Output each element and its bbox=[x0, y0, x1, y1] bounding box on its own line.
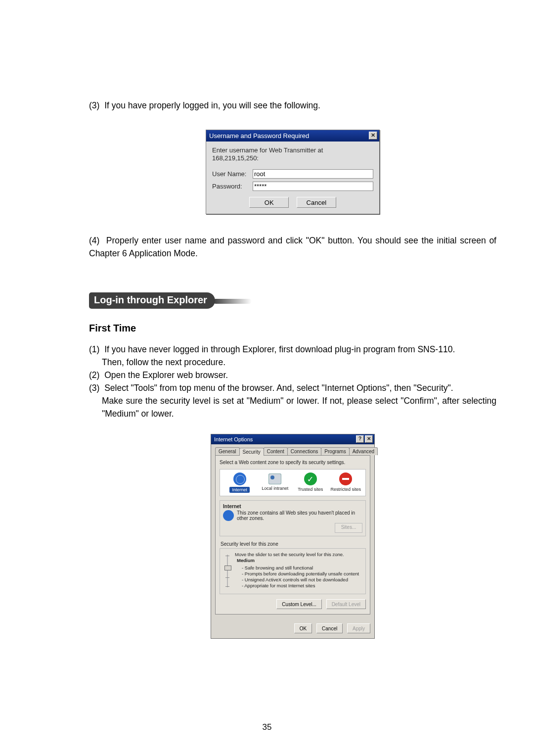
section-heading-row: Log-in through Explorer bbox=[89, 292, 496, 309]
step-cont: Then, follow the next procedure. bbox=[89, 356, 496, 369]
paragraph-4: (4) Properly enter user name and passwor… bbox=[89, 234, 496, 260]
cancel-button[interactable]: Cancel bbox=[297, 197, 336, 208]
zone-description-text: This zone contains all Web sites you hav… bbox=[237, 510, 362, 521]
step-cont: Make sure the security level is set at "… bbox=[89, 394, 496, 420]
tab-advanced[interactable]: Advanced bbox=[349, 447, 378, 455]
close-icon[interactable]: ✕ bbox=[365, 435, 373, 443]
internet-options-dialog: Internet Options ? ✕ General Security Co… bbox=[211, 434, 375, 639]
zone-label: Restricted sites bbox=[330, 487, 361, 492]
security-bullet: Appropriate for most Internet sites bbox=[242, 583, 362, 589]
list-marker: (1) bbox=[89, 344, 99, 354]
step-text: Open the Explorer web browser. bbox=[104, 370, 228, 380]
dialog-message-line2: 168,219,15,250: bbox=[212, 154, 259, 162]
security-level-title: Security level for this zone bbox=[221, 541, 366, 547]
list-marker: (3) bbox=[89, 100, 99, 110]
zone-instruction: Select a Web content zone to specify its… bbox=[220, 460, 366, 465]
zone-label: Trusted sites bbox=[298, 487, 323, 492]
tab-strip: General Security Content Connections Pro… bbox=[215, 447, 370, 456]
security-level-box: Move the slider to set the security leve… bbox=[220, 548, 366, 594]
subheading: First Time bbox=[89, 323, 496, 334]
tab-connections[interactable]: Connections bbox=[287, 447, 322, 455]
zone-trusted-sites[interactable]: ✓ Trusted sites bbox=[293, 472, 328, 493]
password-input[interactable] bbox=[253, 182, 373, 191]
custom-level-button[interactable]: Custom Level... bbox=[276, 599, 321, 609]
list-marker: (2) bbox=[89, 370, 99, 380]
security-bullet: Safe browsing and still functional bbox=[242, 565, 362, 571]
zone-selector: Internet Local intranet ✓ Trusted sites … bbox=[220, 469, 366, 496]
dialog-titlebar: Username and Password Required ✕ bbox=[206, 130, 379, 142]
page-number: 35 bbox=[0, 722, 534, 732]
paragraph-text: Properly enter user name and password an… bbox=[89, 236, 496, 258]
tab-content[interactable]: Content bbox=[264, 447, 288, 455]
nosign-icon bbox=[339, 472, 352, 485]
login-dialog: Username and Password Required ✕ Enter u… bbox=[206, 130, 380, 214]
heading-decoration bbox=[213, 299, 252, 304]
dialog-title: Username and Password Required bbox=[209, 132, 309, 140]
globe-icon bbox=[223, 510, 234, 521]
apply-button: Apply bbox=[347, 623, 370, 633]
security-bullet: Prompts before downloading potentially u… bbox=[242, 571, 362, 577]
dialog-message: Enter username for Web Transmitter at 16… bbox=[212, 146, 373, 162]
username-input[interactable] bbox=[253, 169, 373, 179]
tab-security[interactable]: Security bbox=[239, 448, 264, 456]
password-label: Password: bbox=[212, 183, 253, 190]
slider-thumb-icon bbox=[224, 566, 231, 570]
dialog-titlebar: Internet Options ? ✕ bbox=[211, 434, 374, 444]
slider-instruction: Move the slider to set the security leve… bbox=[235, 552, 362, 558]
zone-internet[interactable]: Internet bbox=[222, 472, 258, 493]
zone-description: Internet This zone contains all Web site… bbox=[220, 500, 366, 536]
close-icon[interactable]: ✕ bbox=[369, 132, 377, 140]
step-3: (3) Select "Tools" from top menu of the … bbox=[89, 381, 496, 420]
step-text: Select "Tools" from top menu of the brow… bbox=[104, 383, 453, 393]
step-text: If you have never logged in through Expl… bbox=[104, 344, 455, 354]
ok-button[interactable]: OK bbox=[294, 623, 312, 633]
cancel-button[interactable]: Cancel bbox=[316, 623, 343, 633]
tab-general[interactable]: General bbox=[215, 447, 240, 455]
zone-label: Local intranet bbox=[262, 486, 288, 491]
document-page: (3) If you have properly logged in, you … bbox=[0, 0, 534, 756]
security-bullet: Unsigned ActiveX controls will not be do… bbox=[242, 577, 362, 583]
list-marker: (4) bbox=[89, 236, 99, 245]
security-slider[interactable] bbox=[223, 552, 232, 589]
dialog-title: Internet Options bbox=[214, 436, 253, 442]
section-heading: Log-in through Explorer bbox=[89, 292, 215, 309]
tab-programs[interactable]: Programs bbox=[321, 447, 349, 455]
step-1: (1) If you have never logged in through … bbox=[89, 343, 496, 369]
zone-restricted-sites[interactable]: Restricted sites bbox=[328, 472, 364, 493]
check-icon: ✓ bbox=[304, 472, 317, 485]
username-label: User Name: bbox=[212, 170, 253, 178]
dialog-message-line1: Enter username for Web Transmitter at bbox=[212, 146, 323, 154]
zone-local-intranet[interactable]: Local intranet bbox=[258, 472, 293, 493]
globe-icon bbox=[233, 472, 246, 485]
zone-name: Internet bbox=[223, 504, 362, 509]
zone-label: Internet bbox=[229, 487, 250, 493]
paragraph-3: (3) If you have properly logged in, you … bbox=[89, 99, 496, 112]
computer-icon bbox=[268, 473, 281, 484]
help-icon[interactable]: ? bbox=[356, 435, 364, 443]
security-level-name: Medium bbox=[237, 558, 362, 564]
default-level-button: Default Level bbox=[326, 599, 366, 609]
list-marker: (3) bbox=[89, 383, 99, 393]
paragraph-text: If you have properly logged in, you will… bbox=[104, 100, 320, 110]
sites-button: Sites... bbox=[335, 523, 362, 533]
ok-button[interactable]: OK bbox=[249, 197, 289, 208]
step-2: (2) Open the Explorer web browser. bbox=[89, 369, 496, 381]
